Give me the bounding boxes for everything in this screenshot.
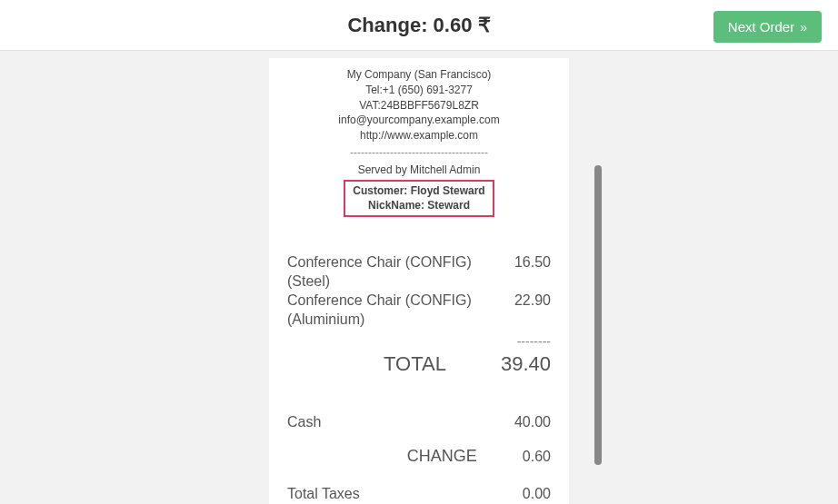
payment-amount: 40.00 <box>514 414 551 430</box>
item-price: 22.90 <box>514 292 551 330</box>
total-value: 39.40 <box>501 352 551 376</box>
company-vat: VAT:24BBBFF5679L8ZR <box>287 98 551 114</box>
payment-section: Cash 40.00 CHANGE 0.60 Total Taxes 0.00 <box>287 414 551 502</box>
company-website: http://www.example.com <box>287 128 551 143</box>
company-email: info@yourcompany.example.com <box>287 113 551 128</box>
customer-highlight-box: Customer: Floyd Steward NickName: Stewar… <box>344 180 494 218</box>
list-item: Conference Chair (CONFIG) (Steel) 16.50 <box>287 253 551 292</box>
item-name: Conference Chair (CONFIG) (Steel) <box>287 253 514 292</box>
change-label: CHANGE <box>287 447 523 466</box>
right-separator: -------- <box>287 334 551 349</box>
total-row: TOTAL 39.40 <box>287 352 551 376</box>
payment-row: Cash 40.00 <box>287 414 551 430</box>
scrollbar-thumb[interactable] <box>594 165 602 465</box>
receipt-header: My Company (San Francisco) Tel:+1 (650) … <box>287 67 551 217</box>
served-by: Served by Mitchell Admin <box>287 163 551 178</box>
payment-method: Cash <box>287 414 321 430</box>
chevron-right-icon: » <box>800 20 807 35</box>
receipt-area: My Company (San Francisco) Tel:+1 (650) … <box>0 51 838 504</box>
items-list: Conference Chair (CONFIG) (Steel) 16.50 … <box>287 253 551 329</box>
company-tel: Tel:+1 (650) 691-3277 <box>287 83 551 98</box>
next-order-button[interactable]: Next Order » <box>713 11 822 43</box>
total-label: TOTAL <box>287 352 501 376</box>
header-bar: Change: 0.60 ₹ Next Order » <box>0 0 838 51</box>
item-price: 16.50 <box>514 253 551 292</box>
customer-nickname: NickName: Steward <box>353 198 484 213</box>
item-name: Conference Chair (CONFIG) (Aluminium) <box>287 292 514 330</box>
change-value: 0.60 <box>523 449 551 465</box>
next-order-label: Next Order <box>728 19 794 35</box>
separator: -------------------------------------- <box>287 145 551 161</box>
receipt: My Company (San Francisco) Tel:+1 (650) … <box>269 58 569 504</box>
customer-name: Customer: Floyd Steward <box>353 183 484 199</box>
taxes-row: Total Taxes 0.00 <box>287 486 551 502</box>
taxes-value: 0.00 <box>523 486 551 502</box>
taxes-label: Total Taxes <box>287 486 360 502</box>
company-name: My Company (San Francisco) <box>287 67 551 83</box>
list-item: Conference Chair (CONFIG) (Aluminium) 22… <box>287 292 551 330</box>
change-title: Change: 0.60 ₹ <box>347 14 490 37</box>
change-row: CHANGE 0.60 <box>287 447 551 466</box>
